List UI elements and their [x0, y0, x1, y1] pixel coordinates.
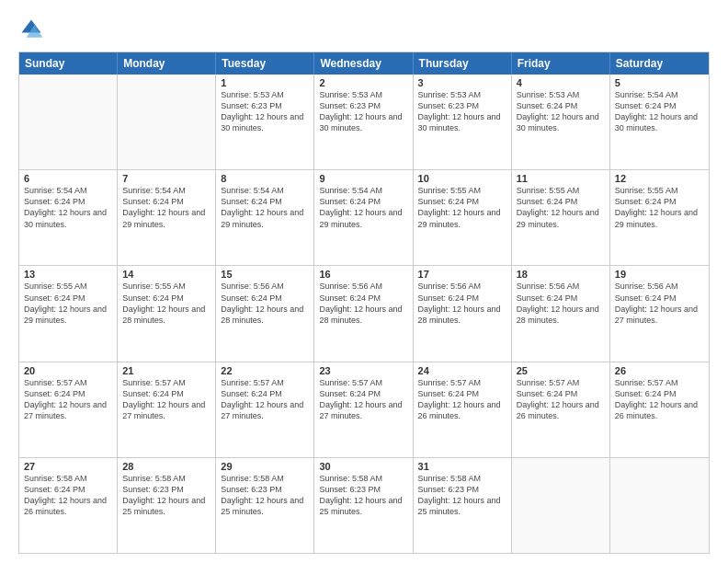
calendar-cell: 2Sunrise: 5:53 AM Sunset: 6:23 PM Daylig…: [314, 75, 413, 169]
cell-info: Sunrise: 5:57 AM Sunset: 6:24 PM Dayligh…: [418, 377, 506, 422]
cell-info: Sunrise: 5:57 AM Sunset: 6:24 PM Dayligh…: [517, 377, 605, 422]
calendar-header: SundayMondayTuesdayWednesdayThursdayFrid…: [19, 52, 709, 75]
cell-info: Sunrise: 5:58 AM Sunset: 6:24 PM Dayligh…: [24, 473, 112, 518]
calendar-cell: 21Sunrise: 5:57 AM Sunset: 6:24 PM Dayli…: [118, 362, 216, 457]
calendar-cell: 31Sunrise: 5:58 AM Sunset: 6:23 PM Dayli…: [414, 458, 512, 553]
calendar-cell: 22Sunrise: 5:57 AM Sunset: 6:24 PM Dayli…: [216, 362, 314, 457]
calendar-cell: 11Sunrise: 5:55 AM Sunset: 6:24 PM Dayli…: [512, 170, 610, 265]
logo-icon: [18, 17, 44, 42]
cell-info: Sunrise: 5:54 AM Sunset: 6:24 PM Dayligh…: [221, 185, 309, 230]
day-number: 23: [319, 365, 407, 376]
calendar-cell: 15Sunrise: 5:56 AM Sunset: 6:24 PM Dayli…: [216, 266, 314, 361]
calendar-row-4: 20Sunrise: 5:57 AM Sunset: 6:24 PM Dayli…: [19, 362, 709, 458]
cell-info: Sunrise: 5:56 AM Sunset: 6:24 PM Dayligh…: [517, 281, 605, 326]
calendar-cell: 19Sunrise: 5:56 AM Sunset: 6:24 PM Dayli…: [610, 266, 709, 361]
header: [18, 17, 710, 42]
calendar-row-5: 27Sunrise: 5:58 AM Sunset: 6:24 PM Dayli…: [19, 458, 709, 553]
day-number: 25: [517, 365, 605, 376]
cell-info: Sunrise: 5:56 AM Sunset: 6:24 PM Dayligh…: [615, 281, 704, 326]
calendar-cell: 5Sunrise: 5:54 AM Sunset: 6:24 PM Daylig…: [610, 75, 709, 169]
day-number: 26: [615, 365, 704, 376]
calendar-cell: 6Sunrise: 5:54 AM Sunset: 6:24 PM Daylig…: [19, 170, 118, 265]
day-number: 10: [418, 173, 506, 184]
header-day-monday: Monday: [118, 52, 216, 75]
calendar-row-3: 13Sunrise: 5:55 AM Sunset: 6:24 PM Dayli…: [19, 266, 709, 362]
day-number: 22: [221, 365, 309, 376]
calendar-cell: 4Sunrise: 5:53 AM Sunset: 6:24 PM Daylig…: [512, 75, 610, 169]
day-number: 27: [24, 461, 112, 472]
day-number: 15: [221, 269, 309, 280]
cell-info: Sunrise: 5:54 AM Sunset: 6:24 PM Dayligh…: [122, 185, 210, 230]
calendar-cell: 17Sunrise: 5:56 AM Sunset: 6:24 PM Dayli…: [414, 266, 512, 361]
calendar-cell: 9Sunrise: 5:54 AM Sunset: 6:24 PM Daylig…: [314, 170, 413, 265]
cell-info: Sunrise: 5:57 AM Sunset: 6:24 PM Dayligh…: [122, 377, 210, 422]
cell-info: Sunrise: 5:57 AM Sunset: 6:24 PM Dayligh…: [319, 377, 407, 422]
calendar-cell: [610, 458, 709, 553]
day-number: 19: [615, 269, 704, 280]
calendar-cell: 24Sunrise: 5:57 AM Sunset: 6:24 PM Dayli…: [414, 362, 512, 457]
calendar-body: 1Sunrise: 5:53 AM Sunset: 6:23 PM Daylig…: [19, 75, 709, 553]
day-number: 28: [122, 461, 210, 472]
day-number: 5: [615, 77, 704, 88]
day-number: 8: [221, 173, 309, 184]
calendar-cell: 18Sunrise: 5:56 AM Sunset: 6:24 PM Dayli…: [512, 266, 610, 361]
cell-info: Sunrise: 5:56 AM Sunset: 6:24 PM Dayligh…: [319, 281, 407, 326]
day-number: 11: [517, 173, 605, 184]
cell-info: Sunrise: 5:55 AM Sunset: 6:24 PM Dayligh…: [24, 281, 112, 326]
cell-info: Sunrise: 5:58 AM Sunset: 6:23 PM Dayligh…: [221, 473, 309, 518]
cell-info: Sunrise: 5:55 AM Sunset: 6:24 PM Dayligh…: [418, 185, 506, 230]
cell-info: Sunrise: 5:57 AM Sunset: 6:24 PM Dayligh…: [24, 377, 112, 422]
calendar-cell: 14Sunrise: 5:55 AM Sunset: 6:24 PM Dayli…: [118, 266, 216, 361]
cell-info: Sunrise: 5:56 AM Sunset: 6:24 PM Dayligh…: [221, 281, 309, 326]
day-number: 4: [517, 77, 605, 88]
day-number: 2: [319, 77, 407, 88]
cell-info: Sunrise: 5:58 AM Sunset: 6:23 PM Dayligh…: [418, 473, 506, 518]
logo: [18, 17, 48, 42]
day-number: 14: [122, 269, 210, 280]
calendar-cell: 8Sunrise: 5:54 AM Sunset: 6:24 PM Daylig…: [216, 170, 314, 265]
cell-info: Sunrise: 5:53 AM Sunset: 6:24 PM Dayligh…: [517, 89, 605, 134]
calendar-cell: 20Sunrise: 5:57 AM Sunset: 6:24 PM Dayli…: [19, 362, 118, 457]
calendar-cell: 25Sunrise: 5:57 AM Sunset: 6:24 PM Dayli…: [512, 362, 610, 457]
calendar-row-2: 6Sunrise: 5:54 AM Sunset: 6:24 PM Daylig…: [19, 170, 709, 266]
cell-info: Sunrise: 5:57 AM Sunset: 6:24 PM Dayligh…: [221, 377, 309, 422]
cell-info: Sunrise: 5:56 AM Sunset: 6:24 PM Dayligh…: [418, 281, 506, 326]
header-day-saturday: Saturday: [610, 52, 709, 75]
day-number: 6: [24, 173, 112, 184]
calendar-cell: 1Sunrise: 5:53 AM Sunset: 6:23 PM Daylig…: [216, 75, 314, 169]
calendar-cell: 10Sunrise: 5:55 AM Sunset: 6:24 PM Dayli…: [414, 170, 512, 265]
header-day-friday: Friday: [512, 52, 610, 75]
cell-info: Sunrise: 5:55 AM Sunset: 6:24 PM Dayligh…: [517, 185, 605, 230]
calendar-cell: [19, 75, 118, 169]
day-number: 21: [122, 365, 210, 376]
day-number: 13: [24, 269, 112, 280]
calendar-cell: 16Sunrise: 5:56 AM Sunset: 6:24 PM Dayli…: [314, 266, 413, 361]
header-day-tuesday: Tuesday: [216, 52, 314, 75]
calendar-row-1: 1Sunrise: 5:53 AM Sunset: 6:23 PM Daylig…: [19, 75, 709, 170]
cell-info: Sunrise: 5:54 AM Sunset: 6:24 PM Dayligh…: [319, 185, 407, 230]
day-number: 16: [319, 269, 407, 280]
cell-info: Sunrise: 5:55 AM Sunset: 6:24 PM Dayligh…: [615, 185, 704, 230]
header-day-wednesday: Wednesday: [314, 52, 413, 75]
day-number: 18: [517, 269, 605, 280]
cell-info: Sunrise: 5:55 AM Sunset: 6:24 PM Dayligh…: [122, 281, 210, 326]
cell-info: Sunrise: 5:57 AM Sunset: 6:24 PM Dayligh…: [615, 377, 704, 422]
day-number: 20: [24, 365, 112, 376]
day-number: 3: [418, 77, 506, 88]
day-number: 17: [418, 269, 506, 280]
calendar-cell: [118, 75, 216, 169]
day-number: 7: [122, 173, 210, 184]
cell-info: Sunrise: 5:53 AM Sunset: 6:23 PM Dayligh…: [221, 89, 309, 134]
cell-info: Sunrise: 5:53 AM Sunset: 6:23 PM Dayligh…: [319, 89, 407, 134]
cell-info: Sunrise: 5:58 AM Sunset: 6:23 PM Dayligh…: [122, 473, 210, 518]
day-number: 31: [418, 461, 506, 472]
calendar-cell: 3Sunrise: 5:53 AM Sunset: 6:23 PM Daylig…: [414, 75, 512, 169]
page: SundayMondayTuesdayWednesdayThursdayFrid…: [0, 0, 728, 563]
calendar-cell: [512, 458, 610, 553]
cell-info: Sunrise: 5:54 AM Sunset: 6:24 PM Dayligh…: [615, 89, 704, 134]
calendar-cell: 26Sunrise: 5:57 AM Sunset: 6:24 PM Dayli…: [610, 362, 709, 457]
calendar-cell: 12Sunrise: 5:55 AM Sunset: 6:24 PM Dayli…: [610, 170, 709, 265]
calendar-cell: 27Sunrise: 5:58 AM Sunset: 6:24 PM Dayli…: [19, 458, 118, 553]
day-number: 9: [319, 173, 407, 184]
calendar-cell: 7Sunrise: 5:54 AM Sunset: 6:24 PM Daylig…: [118, 170, 216, 265]
